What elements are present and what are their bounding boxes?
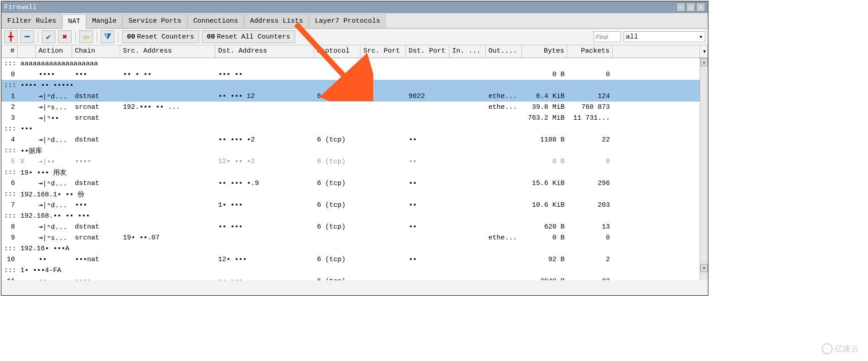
table-row[interactable]: :::aaaaaaaaaaaaaaaaaaa <box>1 58 708 69</box>
table-row[interactable]: 7⇥|ⁿd...▪▪▪1▪ ▪▪▪ 6 (tcp)▪▪10.6 KiB203 <box>1 200 708 210</box>
cell-bytes: 39.8 MiB <box>522 103 567 111</box>
table-row[interactable]: :::192.168.1▪ ▪▪ 份 <box>1 189 708 200</box>
reset-counters-button[interactable]: 00 Reset Counters <box>122 30 199 43</box>
cell-packets: 760 873 <box>567 103 613 111</box>
table-row[interactable]: 3⇥|ⁿ▪▪srcnat763.2 MiB11 731... <box>1 112 708 123</box>
cell-dport: 9022 <box>406 93 449 100</box>
cell-dport: ▪▪ <box>406 223 449 231</box>
column-header[interactable]: Dst. Address <box>215 45 314 58</box>
cell-bytes: 3948 B <box>522 278 567 281</box>
tab-mangle[interactable]: Mangle <box>86 14 122 28</box>
cell-iout: ethe... <box>486 234 522 242</box>
scroll-up-button[interactable]: ▴ <box>700 58 708 66</box>
cell-proto: 6 (tcp) <box>314 201 361 209</box>
table-row[interactable]: :::19▪ ▪▪▪ 用友 <box>1 167 708 178</box>
filter-button[interactable]: ⧩ <box>101 30 114 43</box>
tab-nat[interactable]: NAT <box>62 15 86 29</box>
cell-idx: 4 <box>1 136 18 144</box>
column-header[interactable]: Out.... <box>486 45 522 58</box>
cell-iout: ethe... <box>486 93 522 100</box>
table-row[interactable]: 11▪▪▪▪▪▪▪▪ ▪▪▪6 (tcp)3948 B83 <box>1 276 708 280</box>
cell-action: ▪▪ <box>36 256 72 263</box>
column-header[interactable]: Bytes <box>522 45 567 58</box>
cell-action: ▪▪▪▪ <box>36 71 72 78</box>
table-row[interactable]: :::1▪ ▪▪▪4-FA <box>1 265 708 276</box>
table-row[interactable]: 2⇥|ⁿs...srcnat192.▪▪▪ ▪▪ ...ethe...39.8 … <box>1 102 708 112</box>
scroll-down-button[interactable]: ▾ <box>700 264 708 272</box>
cell-proto: 6 (tcp) <box>314 278 361 281</box>
cell-dst: ▪▪▪ ▪▪ <box>215 71 314 78</box>
column-header[interactable]: Action <box>36 45 72 58</box>
column-header[interactable]: Protocol <box>314 45 361 58</box>
cell-chain: ▪▪▪nat <box>72 256 120 263</box>
cell-idx: 6 <box>1 180 18 187</box>
column-header[interactable]: Chain <box>72 45 120 58</box>
cell-dst: ▪▪ ▪▪▪ <box>215 223 314 231</box>
reset-all-counters-button[interactable]: 00 Reset All Counters <box>202 30 295 43</box>
find-input[interactable] <box>594 31 621 42</box>
columns-menu-button[interactable]: ▾ <box>700 45 708 58</box>
titlebar[interactable]: Firewall — ◻ ✕ <box>1 1 708 13</box>
remove-button[interactable]: ━ <box>20 30 34 43</box>
column-header[interactable]: Src. Port <box>361 45 406 58</box>
cell-action: ⇥|ⁿd... <box>36 136 72 144</box>
cell-action: ⇥|ⁿ▪▪ <box>36 114 72 122</box>
column-header[interactable]: In. ... <box>449 45 486 58</box>
cell-packets: 11 731... <box>567 114 613 122</box>
title-text: Firewall <box>4 4 37 11</box>
cell-dst: 12▪ ▪▪ ▪2 <box>215 158 314 166</box>
cell-src: ▪▪ ▪ ▪▪ <box>120 71 215 78</box>
scrollbar[interactable]: ▴ ▾ <box>700 58 708 280</box>
cell-packets: 203 <box>567 201 613 209</box>
table-row[interactable]: 6⇥|ⁿd...dstnat▪▪ ▪▪▪ ▪.96 (tcp)▪▪15.6 Ki… <box>1 178 708 189</box>
table-row[interactable]: :::192.168.▪▪ ▪▪ ▪▪▪ <box>1 210 708 221</box>
table-row[interactable]: 1⇥|ⁿd...dstnat▪▪ ▪▪▪ 126 (tcp)9022ethe..… <box>1 91 708 102</box>
enable-button[interactable]: ✔ <box>42 30 55 43</box>
cell-action: ⇥|▪▪ <box>36 157 72 166</box>
add-button[interactable]: ╋ <box>4 30 18 43</box>
cell-flag: X <box>18 158 36 166</box>
table-row[interactable]: 8⇥|ⁿd...dstnat▪▪ ▪▪▪ 6 (tcp)▪▪620 B13 <box>1 221 708 232</box>
table-row[interactable]: 9⇥|ⁿs...srcnat19▪ ▪▪.07ethe...0 B0 <box>1 232 708 243</box>
cell-idx: 3 <box>1 114 18 122</box>
cell-packets: 296 <box>567 180 613 187</box>
tab-connections[interactable]: Connections <box>187 14 244 28</box>
watermark-icon <box>822 343 833 354</box>
cell-packets: 13 <box>567 223 613 231</box>
cell-dport: ▪▪ <box>406 136 449 144</box>
toolbar: ╋ ━ ✔ ✖ ▭ ⧩ 00 Reset Counters 00 Reset A… <box>1 29 708 45</box>
disable-button[interactable]: ✖ <box>58 30 72 43</box>
table-header: #ActionChainSrc. AddressDst. AddressProt… <box>1 45 708 58</box>
table-row[interactable]: :::192.16▪ ▪▪▪A <box>1 243 708 254</box>
table-row[interactable]: 10▪▪▪▪▪nat12▪ ▪▪▪6 (tcp)▪▪92 B2 <box>1 254 708 265</box>
table-row[interactable]: :::▪▪▪▪ ▪▪ ▪▪▪▪▪ <box>1 80 708 91</box>
column-header[interactable]: Src. Address <box>120 45 215 58</box>
cell-dst: 1▪ ▪▪▪ <box>215 201 314 209</box>
close-button[interactable]: ✕ <box>696 3 705 12</box>
column-header[interactable] <box>18 45 36 58</box>
column-header[interactable]: Packets <box>567 45 613 58</box>
column-header[interactable] <box>613 45 700 58</box>
tab-filter-rules[interactable]: Filter Rules <box>1 14 62 28</box>
cell-dport: ▪▪ <box>406 201 449 209</box>
column-header[interactable]: Dst. Port <box>406 45 449 58</box>
maximize-button[interactable]: ◻ <box>686 3 695 12</box>
table-row[interactable]: 4⇥|ⁿd...dstnat▪▪ ▪▪▪ ▪26 (tcp)▪▪1108 B22 <box>1 134 708 145</box>
tab-service-ports[interactable]: Service Ports <box>122 14 187 28</box>
table-row[interactable]: :::▪▪据库 <box>1 145 708 156</box>
cell-packets: 124 <box>567 93 613 100</box>
cell-packets: 83 <box>567 278 613 281</box>
comment-button[interactable]: ▭ <box>79 30 93 43</box>
column-header[interactable]: # <box>1 45 18 58</box>
minimize-button[interactable]: — <box>676 3 685 12</box>
chevron-down-icon: ▾ <box>699 33 703 41</box>
table-row[interactable]: 0▪▪▪▪▪▪▪▪▪ ▪ ▪▪▪▪▪ ▪▪0 B0 <box>1 69 708 80</box>
tab-address-lists[interactable]: Address Lists <box>244 14 309 28</box>
cell-idx: 9 <box>1 234 18 242</box>
table-row[interactable]: :::▪▪▪ <box>1 123 708 134</box>
cell-idx: 2 <box>1 103 18 111</box>
table-row[interactable]: 5X⇥|▪▪▪▪▪▪12▪ ▪▪ ▪26 (tcp)▪▪0 B0 <box>1 156 708 167</box>
cell-idx: 11 <box>1 278 18 281</box>
filter-select[interactable]: all▾ <box>624 31 705 42</box>
tab-layer7-protocols[interactable]: Layer7 Protocols <box>309 14 386 28</box>
